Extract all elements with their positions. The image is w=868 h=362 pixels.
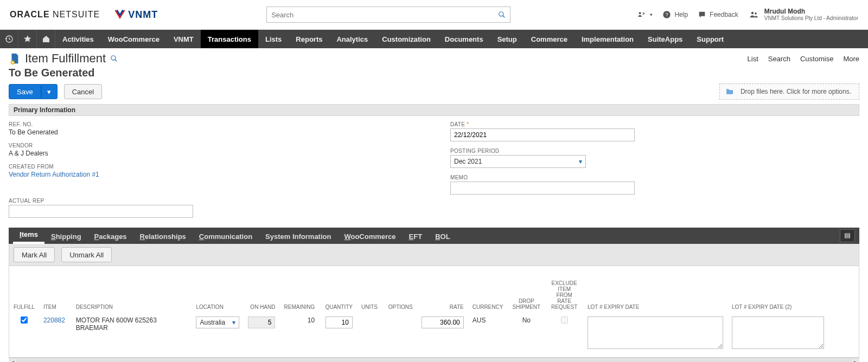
col-lot-expiry-date: LOT # EXPIRY DATE xyxy=(583,266,727,314)
file-drop-zone[interactable]: Drop files here. Click for more options. xyxy=(719,83,859,100)
nav-item-activities[interactable]: Activities xyxy=(55,30,101,48)
save-button[interactable]: Save xyxy=(9,84,41,99)
col-drop-shipment: DROP SHIPMENT xyxy=(507,266,545,314)
nav-item-documents[interactable]: Documents xyxy=(438,30,490,48)
col-description: DESCRIPTION xyxy=(72,266,192,314)
drop-shipment-cell: No xyxy=(507,314,545,353)
unmark-all-button[interactable]: Unmark All xyxy=(61,247,112,262)
recent-records-icon[interactable] xyxy=(0,30,18,48)
subtab-bol[interactable]: BOL xyxy=(429,232,456,244)
page-search-icon[interactable] xyxy=(110,55,118,62)
item-lines-table: FULFILLITEMDESCRIPTIONLOCATIONON HANDREM… xyxy=(9,266,828,353)
vendor-label: VENDOR xyxy=(9,143,418,148)
drop-zone-text: Drop files here. Click for more options. xyxy=(741,88,851,95)
subtab-layout-toggle-icon[interactable] xyxy=(840,229,855,242)
search-input[interactable] xyxy=(271,11,498,19)
nav-item-commerce[interactable]: Commerce xyxy=(524,30,575,48)
scroll-left-icon[interactable]: ◂ xyxy=(9,358,16,363)
user-menu[interactable]: Mrudul Modh VNMT Solutions Pty Ltd - Adm… xyxy=(748,8,858,22)
subtab-communication[interactable]: Communication xyxy=(193,232,259,244)
subtab-items[interactable]: Items xyxy=(13,230,44,244)
memo-label: MEMO xyxy=(450,174,859,180)
col-location: LOCATION xyxy=(192,266,244,314)
subtab-shipping[interactable]: Shipping xyxy=(44,232,88,244)
svg-point-8 xyxy=(111,56,116,60)
home-icon[interactable] xyxy=(37,30,55,48)
nav-item-setup[interactable]: Setup xyxy=(490,30,524,48)
global-search[interactable] xyxy=(266,7,510,23)
user-name: Mrudul Modh xyxy=(764,8,858,15)
nav-item-lists[interactable]: Lists xyxy=(258,30,289,48)
nav-item-vnmt[interactable]: VNMT xyxy=(167,30,201,48)
save-split-caret[interactable]: ▾ xyxy=(41,84,58,99)
currency-cell: AUS xyxy=(468,314,508,353)
nav-item-reports[interactable]: Reports xyxy=(289,30,329,48)
svg-text:?: ? xyxy=(666,12,668,17)
scroll-right-icon[interactable]: ▸ xyxy=(852,358,859,363)
page-link-list[interactable]: List xyxy=(748,55,758,63)
mark-all-button[interactable]: Mark All xyxy=(14,247,55,262)
record-type-icon xyxy=(9,52,21,65)
svg-rect-11 xyxy=(845,237,850,238)
subtab-system-information[interactable]: System Information xyxy=(259,232,337,244)
svg-rect-9 xyxy=(845,234,850,235)
col-units: UNITS xyxy=(357,266,384,314)
exclude-checkbox xyxy=(561,316,568,324)
table-row[interactable]: 220882 MOTOR FAN 600W 625263 BRAEMAR Aus… xyxy=(9,314,828,353)
svg-rect-10 xyxy=(845,235,850,236)
created-from-label: CREATED FROM xyxy=(9,164,418,170)
save-button-split[interactable]: Save ▾ xyxy=(9,84,58,99)
page-link-customise[interactable]: Customise xyxy=(800,55,833,63)
search-icon[interactable] xyxy=(498,11,506,18)
posting-period-label: POSTING PERIOD xyxy=(450,148,859,154)
svg-point-5 xyxy=(755,12,757,15)
shortcuts-star-icon[interactable] xyxy=(18,30,37,48)
lot-expiry-1-input[interactable] xyxy=(588,316,723,349)
page-link-more[interactable]: More xyxy=(843,55,859,63)
section-primary-information: Primary Information xyxy=(9,104,859,116)
created-from-link[interactable]: Vendor Return Authorization #1 xyxy=(9,171,99,178)
subtab-relationships[interactable]: Relationships xyxy=(133,232,193,244)
horizontal-scrollbar[interactable]: ◂ ▸ xyxy=(9,358,859,362)
nav-item-analytics[interactable]: Analytics xyxy=(329,30,375,48)
memo-input[interactable] xyxy=(450,182,635,195)
subtab-bar: ItemsShippingPackagesRelationshipsCommun… xyxy=(9,228,859,244)
posting-period-select[interactable]: Dec 2021 ▾ xyxy=(450,155,586,168)
nav-item-transactions[interactable]: Transactions xyxy=(201,30,258,48)
col-on-hand: ON HAND xyxy=(244,266,279,314)
lot-expiry-2-input[interactable] xyxy=(732,316,824,349)
ref-no-label: REF. NO. xyxy=(9,121,418,127)
ref-no-value: To Be Generated xyxy=(9,128,418,136)
role-switcher-icon[interactable]: ▾ xyxy=(637,10,653,19)
user-role: VNMT Solutions Pty Ltd - Administrator xyxy=(764,15,858,22)
remaining-cell: 10 xyxy=(279,314,319,353)
cancel-button[interactable]: Cancel xyxy=(64,84,102,99)
subtab-woocommerce[interactable]: WooCommerce xyxy=(337,232,402,244)
help-link[interactable]: ? Help xyxy=(662,10,688,19)
oracle-netsuite-logo: ORACLE NETSUITE xyxy=(10,10,100,20)
svg-point-4 xyxy=(751,12,754,15)
date-input[interactable] xyxy=(450,128,635,141)
actual-rep-label: ACTUAL REP xyxy=(9,198,418,204)
item-link[interactable]: 220882 xyxy=(43,316,65,324)
nav-item-woocommerce[interactable]: WooCommerce xyxy=(101,30,167,48)
actual-rep-input[interactable] xyxy=(9,205,193,218)
feedback-link[interactable]: Feedback xyxy=(698,10,738,19)
page-link-search[interactable]: Search xyxy=(768,55,790,63)
col-currency: CURRENCY xyxy=(468,266,508,314)
folder-icon xyxy=(724,87,735,96)
subtab-eft[interactable]: EFT xyxy=(403,232,429,244)
location-select[interactable]: Australia▾ xyxy=(196,316,239,328)
nav-item-customization[interactable]: Customization xyxy=(375,30,438,48)
units-cell xyxy=(357,314,384,353)
nav-item-support[interactable]: Support xyxy=(690,30,731,48)
quantity-input[interactable] xyxy=(326,316,353,328)
subtab-packages[interactable]: Packages xyxy=(88,232,133,244)
fulfill-checkbox[interactable] xyxy=(21,316,28,324)
rate-input[interactable] xyxy=(422,316,464,328)
date-label: DATE xyxy=(450,121,859,127)
nav-item-implementation[interactable]: Implementation xyxy=(575,30,641,48)
col-item: ITEM xyxy=(39,266,72,314)
nav-item-suiteapps[interactable]: SuiteApps xyxy=(641,30,690,48)
svg-point-0 xyxy=(499,12,503,16)
